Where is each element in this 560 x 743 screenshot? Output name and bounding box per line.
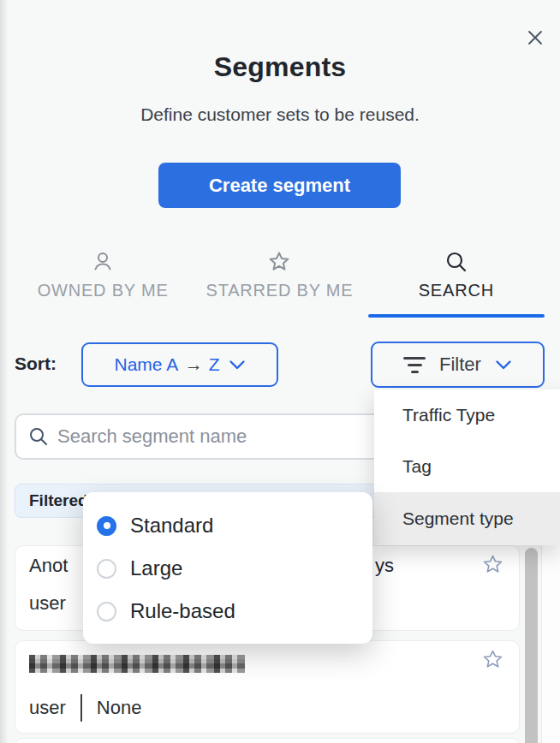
radio-icon — [97, 559, 116, 579]
filter-icon — [403, 357, 426, 373]
radio-icon — [97, 602, 116, 621]
menu-item-tag[interactable]: Tag — [374, 441, 560, 492]
radio-option-standard[interactable]: Standard — [97, 504, 372, 547]
filter-dropdown-button[interactable]: Filter — [371, 342, 545, 388]
page-title: Segments — [0, 51, 560, 83]
tab-bar: OWNED BY ME STARRED BY ME SEARCH — [15, 250, 545, 318]
sort-label: Sort: — [15, 354, 57, 374]
segment-meta-value: None — [97, 697, 142, 719]
redacted-segment-title — [29, 655, 245, 673]
search-icon — [28, 426, 49, 447]
radio-label: Rule-based — [130, 599, 235, 623]
create-segment-button[interactable]: Create segment — [158, 163, 401, 208]
sort-value: Name A — [114, 354, 177, 374]
tab-owned-by-me[interactable]: OWNED BY ME — [15, 250, 191, 318]
person-icon — [91, 250, 115, 274]
close-icon — [527, 30, 543, 45]
filter-menu: Traffic Type Tag Segment type — [374, 389, 560, 545]
segment-meta: user — [29, 592, 66, 615]
segment-meta: user None — [29, 694, 141, 722]
tab-search[interactable]: SEARCH — [368, 250, 545, 318]
segment-card-partial — [15, 738, 520, 743]
radio-label: Large — [130, 556, 182, 580]
segments-drawer: Segments Define customer sets to be reus… — [0, 0, 560, 743]
active-tab-indicator — [368, 314, 545, 318]
scrollbar[interactable] — [525, 548, 538, 743]
right-gutter — [541, 545, 560, 743]
sort-value-z: Z — [209, 354, 220, 374]
star-icon — [267, 250, 291, 274]
tab-label: OWNED BY ME — [38, 281, 169, 300]
segment-title-fragment: ys — [375, 555, 394, 577]
meta-divider — [80, 694, 82, 722]
menu-item-traffic-type[interactable]: Traffic Type — [374, 389, 560, 441]
tab-label: STARRED BY ME — [206, 281, 354, 300]
star-icon[interactable] — [482, 649, 503, 670]
segment-title-fragment: Anot — [29, 555, 68, 577]
radio-option-large[interactable]: Large — [97, 547, 372, 590]
segment-meta-type: user — [29, 592, 66, 615]
segment-card[interactable]: user None — [15, 640, 520, 734]
sort-arrow-glyph: → — [185, 354, 203, 374]
radio-label: Standard — [130, 514, 213, 538]
search-icon — [444, 250, 468, 274]
sort-dropdown-button[interactable]: Name A → Z — [81, 342, 278, 387]
segment-meta-type: user — [29, 697, 66, 719]
chevron-down-icon — [229, 360, 246, 371]
menu-item-segment-type[interactable]: Segment type — [374, 492, 560, 545]
filter-label: Filter — [439, 354, 481, 376]
close-button[interactable] — [523, 26, 547, 50]
tab-label: SEARCH — [419, 281, 494, 300]
segment-type-popup: Standard Large Rule-based — [83, 492, 372, 644]
star-icon[interactable] — [482, 554, 503, 575]
radio-icon — [97, 516, 116, 536]
page-subtitle: Define customer sets to be reused. — [0, 104, 560, 125]
tab-starred-by-me[interactable]: STARRED BY ME — [191, 250, 367, 318]
chevron-down-icon — [495, 360, 512, 371]
radio-option-rule-based[interactable]: Rule-based — [97, 590, 372, 633]
